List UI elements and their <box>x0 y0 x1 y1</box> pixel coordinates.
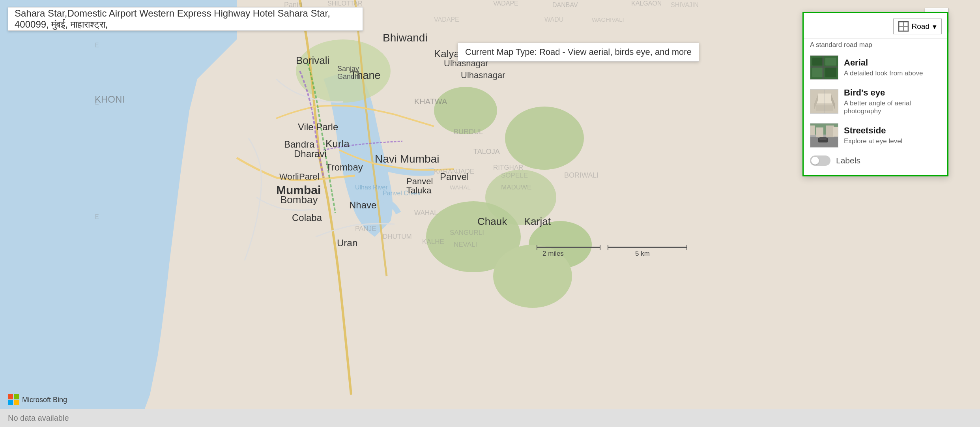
panel-header: Road ▾ <box>804 19 947 39</box>
svg-rect-71 <box>608 245 608 250</box>
svg-text:Karjat: Karjat <box>524 215 551 227</box>
svg-rect-100 <box>14 394 19 399</box>
streetside-thumbnail <box>810 123 838 148</box>
aerial-option-text: Aerial A detailed look from above <box>844 58 923 77</box>
svg-rect-94 <box>826 125 834 137</box>
svg-text:5 km: 5 km <box>635 250 650 257</box>
svg-text:Bandra: Bandra <box>284 139 315 150</box>
svg-text:Vile Parle: Vile Parle <box>298 122 338 132</box>
map-type-tooltip: Current Map Type: Road - View aerial, bi… <box>458 43 699 62</box>
road-option-desc: A standard road map <box>804 39 947 51</box>
bing-text: Microsoft Bing <box>22 396 67 404</box>
svg-text:MADUWE: MADUWE <box>501 184 531 191</box>
svg-rect-70 <box>608 247 686 248</box>
no-data-bar: No data available <box>0 409 980 427</box>
streetside-option[interactable]: Streetside Explore at eye level <box>804 119 947 152</box>
svg-text:SANGURLI: SANGURLI <box>450 229 484 236</box>
svg-text:2 miles: 2 miles <box>542 250 564 257</box>
svg-text:VADAPE: VADAPE <box>434 16 459 23</box>
svg-text:WADU: WADU <box>544 16 563 23</box>
svg-text:Panvel: Panvel <box>440 171 469 182</box>
search-bar[interactable]: Sahara Star,Domestic Airport Western Exp… <box>8 7 363 31</box>
svg-rect-68 <box>600 245 600 250</box>
map-type-panel: Road ▾ A standard road map <box>802 12 948 176</box>
svg-rect-98 <box>819 137 827 140</box>
svg-text:Bhiwandi: Bhiwandi <box>383 32 428 44</box>
svg-text:WAGHIVALI: WAGHIVALI <box>592 16 624 23</box>
svg-text:Parel: Parel <box>299 172 319 182</box>
svg-text:Trombay: Trombay <box>326 162 363 172</box>
svg-text:Ulhasnagar: Ulhasnagar <box>461 70 505 80</box>
svg-rect-67 <box>537 245 537 250</box>
svg-text:Bombay: Bombay <box>280 194 318 206</box>
microsoft-icon <box>8 394 19 405</box>
svg-text:Panvel: Panvel <box>406 176 433 186</box>
labels-toggle[interactable] <box>810 155 830 166</box>
svg-text:WAHAL: WAHAL <box>450 184 471 191</box>
svg-text:E: E <box>95 214 99 220</box>
svg-text:Navi Mumbai: Navi Mumbai <box>375 153 439 165</box>
svg-text:DHUTUM: DHUTUM <box>383 233 412 240</box>
svg-rect-83 <box>810 66 838 68</box>
svg-text:KHATWA: KHATWA <box>414 97 447 106</box>
road-label: Road <box>912 22 930 31</box>
svg-text:Nhave: Nhave <box>349 200 376 210</box>
svg-text:KALHE: KALHE <box>422 238 444 245</box>
svg-text:E: E <box>95 99 99 106</box>
labels-row: Labels <box>804 152 947 170</box>
road-type-button[interactable]: Road ▾ <box>893 19 942 34</box>
svg-text:Uran: Uran <box>337 238 357 248</box>
map-container: KHONI KHATWA BURDUL TALOJA KARANJADE WAH… <box>0 0 980 427</box>
chevron-icon: ▾ <box>933 22 937 31</box>
search-value: Sahara Star,Domestic Airport Western Exp… <box>15 8 356 30</box>
svg-text:TALOJA: TALOJA <box>473 148 500 155</box>
svg-text:Colaba: Colaba <box>292 212 322 223</box>
svg-text:SHIVAJIN: SHIVAJIN <box>671 2 699 8</box>
svg-text:Dharavi: Dharavi <box>294 148 327 159</box>
svg-rect-99 <box>8 394 13 399</box>
svg-text:NEVALI: NEVALI <box>454 241 477 248</box>
svg-text:Chauk: Chauk <box>477 215 507 227</box>
birds-eye-thumbnail <box>810 89 838 114</box>
svg-text:WAHAL: WAHAL <box>414 209 438 217</box>
svg-point-2 <box>434 87 497 134</box>
svg-rect-102 <box>14 400 19 405</box>
svg-text:BURDUL: BURDUL <box>454 128 483 136</box>
svg-text:BORIWALI: BORIWALI <box>564 171 598 179</box>
svg-rect-79 <box>825 58 836 66</box>
svg-text:Taluka: Taluka <box>406 185 432 195</box>
svg-rect-80 <box>812 67 823 77</box>
svg-rect-66 <box>537 247 600 248</box>
toggle-knob <box>811 157 819 165</box>
svg-rect-81 <box>825 67 836 77</box>
aerial-thumbnail <box>810 55 838 80</box>
bing-logo: Microsoft Bing <box>8 394 67 405</box>
birds-eye-option[interactable]: Bird's eye A better angle of aerial phot… <box>804 84 947 119</box>
streetside-option-text: Streetside Explore at eye level <box>844 125 902 145</box>
svg-text:RITGHAR: RITGHAR <box>493 164 524 171</box>
svg-text:DANBAV: DANBAV <box>552 2 578 8</box>
svg-text:Thane: Thane <box>350 69 381 81</box>
aerial-option[interactable]: Aerial A detailed look from above <box>804 51 947 84</box>
road-icon <box>898 21 909 32</box>
svg-point-3 <box>505 107 584 170</box>
svg-text:VADAPE: VADAPE <box>493 0 518 7</box>
svg-rect-93 <box>816 127 823 137</box>
svg-text:SOPELE: SOPELE <box>501 172 528 179</box>
svg-text:KHONI: KHONI <box>95 94 125 105</box>
svg-rect-72 <box>686 245 687 250</box>
svg-text:E: E <box>95 42 99 49</box>
svg-text:KALGAON: KALGAON <box>631 0 662 7</box>
svg-text:PANJE: PANJE <box>355 225 376 232</box>
svg-rect-95 <box>833 127 838 137</box>
svg-text:SHILOTTAR: SHILOTTAR <box>327 0 363 7</box>
svg-text:Borivali: Borivali <box>296 54 329 66</box>
svg-rect-96 <box>810 125 815 135</box>
svg-rect-101 <box>8 400 13 405</box>
birds-eye-option-text: Bird's eye A better angle of aerial phot… <box>844 88 941 115</box>
labels-text: Labels <box>836 156 860 165</box>
svg-text:Kurla: Kurla <box>325 138 350 150</box>
svg-text:Worli: Worli <box>279 172 299 182</box>
svg-rect-78 <box>812 58 823 66</box>
